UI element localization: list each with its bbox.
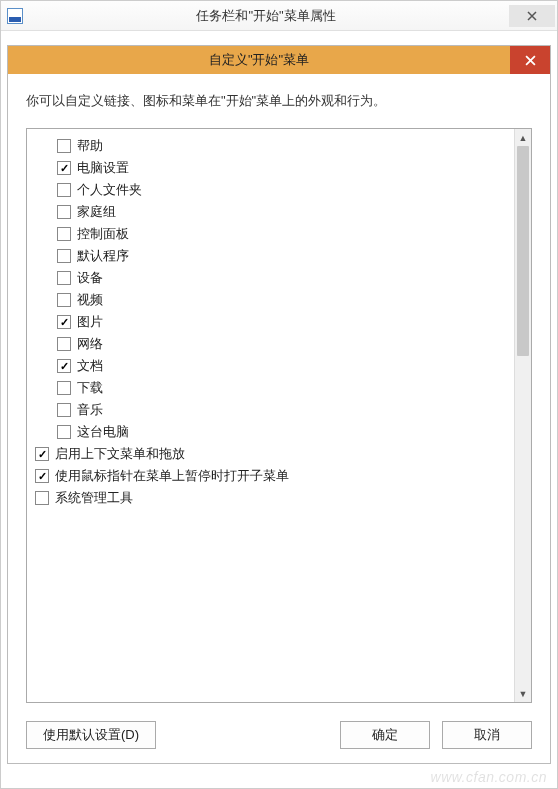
description-text: 你可以自定义链接、图标和菜单在"开始"菜单上的外观和行为。 (26, 92, 532, 110)
option-label: 设备 (77, 269, 103, 287)
cancel-button[interactable]: 取消 (442, 721, 532, 749)
use-defaults-button[interactable]: 使用默认设置(D) (26, 721, 156, 749)
option-row[interactable]: 这台电脑 (31, 421, 510, 443)
scroll-down-arrow-icon[interactable]: ▼ (515, 685, 531, 702)
checkbox[interactable] (57, 337, 71, 351)
option-row[interactable]: 启用上下文菜单和拖放 (31, 443, 510, 465)
option-label: 视频 (77, 291, 103, 309)
checkbox[interactable] (57, 139, 71, 153)
option-row[interactable]: 使用鼠标指针在菜单上暂停时打开子菜单 (31, 465, 510, 487)
close-icon (527, 11, 537, 21)
option-label: 系统管理工具 (55, 489, 133, 507)
option-row[interactable]: 家庭组 (31, 201, 510, 223)
option-label: 帮助 (77, 137, 103, 155)
checkbox[interactable] (57, 315, 71, 329)
ok-button[interactable]: 确定 (340, 721, 430, 749)
option-row[interactable]: 控制面板 (31, 223, 510, 245)
close-icon (525, 55, 536, 66)
option-label: 音乐 (77, 401, 103, 419)
checkbox[interactable] (57, 381, 71, 395)
option-label: 个人文件夹 (77, 181, 142, 199)
parent-titlebar: 任务栏和"开始"菜单属性 (1, 1, 557, 31)
checkbox[interactable] (35, 491, 49, 505)
parent-close-button[interactable] (509, 5, 555, 27)
watermark: www.cfan.com.cn (431, 769, 547, 785)
child-titlebar: 自定义"开始"菜单 (8, 46, 550, 74)
checkbox[interactable] (57, 359, 71, 373)
option-row[interactable]: 下载 (31, 377, 510, 399)
scrollbar[interactable]: ▲ ▼ (514, 129, 531, 702)
checkbox[interactable] (35, 469, 49, 483)
option-label: 默认程序 (77, 247, 129, 265)
option-label: 图片 (77, 313, 103, 331)
parent-window: 任务栏和"开始"菜单属性 自定义"开始"菜单 你可以自定义链接、图标和菜单在"开… (0, 0, 558, 789)
option-row[interactable]: 设备 (31, 267, 510, 289)
checkbox[interactable] (57, 161, 71, 175)
option-row[interactable]: 视频 (31, 289, 510, 311)
option-label: 启用上下文菜单和拖放 (55, 445, 185, 463)
option-label: 文档 (77, 357, 103, 375)
child-close-button[interactable] (510, 46, 550, 74)
checkbox[interactable] (57, 425, 71, 439)
option-row[interactable]: 音乐 (31, 399, 510, 421)
option-label: 控制面板 (77, 225, 129, 243)
checkbox[interactable] (57, 271, 71, 285)
checkbox[interactable] (57, 249, 71, 263)
option-row[interactable]: 图片 (31, 311, 510, 333)
option-row[interactable]: 帮助 (31, 135, 510, 157)
scroll-thumb[interactable] (517, 146, 529, 356)
checkbox[interactable] (57, 205, 71, 219)
option-row[interactable]: 网络 (31, 333, 510, 355)
options-list: 帮助电脑设置个人文件夹家庭组控制面板默认程序设备视频图片网络文档下载音乐这台电脑… (26, 128, 532, 703)
child-title: 自定义"开始"菜单 (8, 51, 510, 69)
option-label: 使用鼠标指针在菜单上暂停时打开子菜单 (55, 467, 289, 485)
option-row[interactable]: 电脑设置 (31, 157, 510, 179)
checkbox[interactable] (57, 403, 71, 417)
option-label: 下载 (77, 379, 103, 397)
option-label: 家庭组 (77, 203, 116, 221)
option-row[interactable]: 个人文件夹 (31, 179, 510, 201)
option-label: 网络 (77, 335, 103, 353)
scroll-up-arrow-icon[interactable]: ▲ (515, 129, 531, 146)
parent-title: 任务栏和"开始"菜单属性 (23, 7, 509, 25)
option-row[interactable]: 文档 (31, 355, 510, 377)
option-row[interactable]: 默认程序 (31, 245, 510, 267)
customize-dialog: 自定义"开始"菜单 你可以自定义链接、图标和菜单在"开始"菜单上的外观和行为。 … (7, 45, 551, 764)
checkbox[interactable] (57, 293, 71, 307)
checkbox[interactable] (57, 183, 71, 197)
checkbox[interactable] (57, 227, 71, 241)
button-row: 使用默认设置(D) 确定 取消 (26, 721, 532, 749)
option-label: 这台电脑 (77, 423, 129, 441)
option-label: 电脑设置 (77, 159, 129, 177)
app-icon (7, 8, 23, 24)
checkbox[interactable] (35, 447, 49, 461)
option-row[interactable]: 系统管理工具 (31, 487, 510, 509)
dialog-body: 你可以自定义链接、图标和菜单在"开始"菜单上的外观和行为。 帮助电脑设置个人文件… (8, 74, 550, 763)
options-list-content: 帮助电脑设置个人文件夹家庭组控制面板默认程序设备视频图片网络文档下载音乐这台电脑… (27, 129, 514, 702)
